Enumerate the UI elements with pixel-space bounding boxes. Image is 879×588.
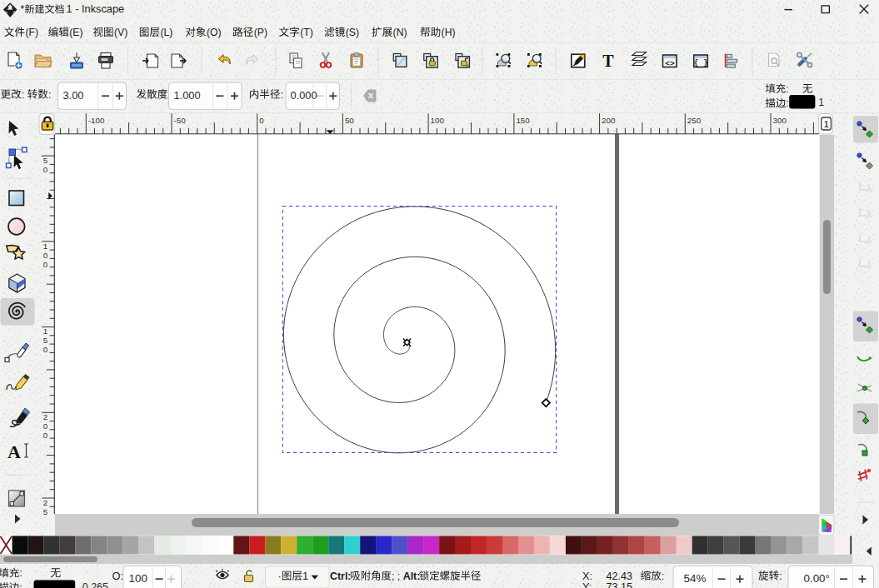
svg-text:0: 0 — [43, 260, 48, 269]
svg-text:150: 150 — [516, 116, 530, 125]
svg-text:300: 300 — [773, 116, 787, 125]
svg-text:1 - Inkscape: 1 - Inkscape — [67, 2, 125, 15]
svg-text:1: 1 — [43, 242, 47, 251]
svg-text:(O): (O) — [207, 27, 222, 38]
svg-text:200: 200 — [602, 116, 616, 125]
svg-text:0: 0 — [43, 421, 48, 431]
svg-text:T: T — [602, 52, 614, 70]
svg-text:·: · — [278, 571, 282, 582]
svg-text:Y:: Y: — [582, 581, 592, 588]
svg-text:1: 1 — [43, 326, 47, 336]
svg-text:100: 100 — [431, 116, 445, 125]
svg-text:1: 1 — [818, 97, 824, 108]
svg-text:54%: 54% — [684, 572, 707, 585]
svg-text:(E): (E) — [69, 27, 82, 38]
svg-text::: : — [19, 567, 22, 579]
svg-text:-100: -100 — [88, 116, 105, 125]
svg-text::: : — [22, 89, 25, 101]
svg-text:0: 0 — [43, 431, 48, 440]
svg-text:-50: -50 — [174, 116, 187, 125]
svg-text:(F): (F) — [25, 27, 38, 38]
svg-text:42.43: 42.43 — [606, 571, 632, 582]
svg-text:73.15: 73.15 — [606, 581, 632, 588]
svg-text:0.265: 0.265 — [82, 581, 108, 588]
svg-text::: : — [786, 83, 788, 95]
svg-text:0.000: 0.000 — [291, 89, 317, 102]
svg-text:3.00: 3.00 — [63, 89, 84, 102]
svg-text:(P): (P) — [254, 27, 267, 38]
svg-text:2: 2 — [43, 498, 47, 507]
svg-text:(S): (S) — [346, 27, 359, 38]
svg-text:100: 100 — [129, 572, 147, 585]
svg-text::: : — [19, 582, 22, 588]
svg-text:50: 50 — [345, 116, 354, 125]
svg-text:{ }: { } — [694, 58, 708, 67]
svg-text:250: 250 — [687, 116, 702, 125]
svg-text:*: * — [20, 2, 24, 15]
svg-text:0: 0 — [43, 165, 48, 174]
svg-text:5: 5 — [43, 336, 48, 345]
svg-text:O:: O: — [112, 570, 124, 582]
svg-text:A: A — [7, 441, 21, 462]
svg-text:1: 1 — [824, 120, 829, 129]
svg-text:5: 5 — [43, 156, 48, 165]
svg-text:X:: X: — [582, 571, 592, 582]
svg-text:0: 0 — [43, 251, 48, 260]
svg-text::: : — [48, 89, 52, 101]
svg-text::: : — [281, 89, 284, 101]
svg-text:1: 1 — [302, 571, 308, 582]
svg-text:<>: <> — [665, 59, 675, 68]
svg-text::: : — [786, 97, 788, 109]
svg-text:(T): (T) — [300, 27, 313, 38]
svg-text:2: 2 — [43, 412, 47, 421]
svg-text:(V): (V) — [114, 27, 127, 38]
svg-text:(H): (H) — [442, 27, 456, 38]
svg-text:0: 0 — [43, 345, 48, 354]
svg-text:Alt:: Alt: — [403, 571, 421, 582]
svg-text:Ctrl:: Ctrl: — [330, 571, 351, 582]
svg-text::: : — [662, 571, 665, 582]
svg-text:5: 5 — [43, 507, 48, 516]
svg-text:; ;: ; ; — [392, 571, 400, 582]
svg-text:0.00°: 0.00° — [804, 572, 830, 585]
svg-text:0: 0 — [259, 116, 264, 125]
svg-text:1.000: 1.000 — [174, 89, 201, 102]
svg-text:(L): (L) — [160, 27, 172, 38]
svg-text::: : — [779, 571, 782, 582]
svg-text:(N): (N) — [393, 27, 407, 38]
